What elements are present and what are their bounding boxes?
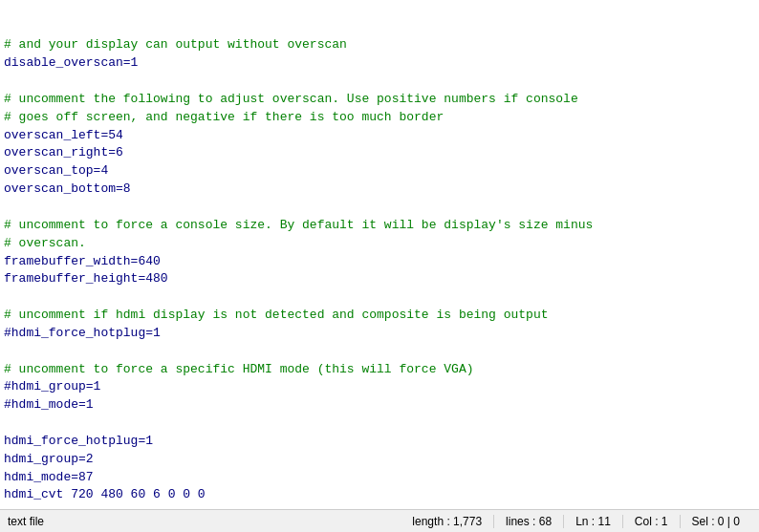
status-left: text file xyxy=(8,515,412,528)
lines-info: lines : 68 xyxy=(493,515,563,528)
code-content[interactable]: # and your display can output without ov… xyxy=(0,0,759,509)
code-lines: # and your display can output without ov… xyxy=(4,36,755,509)
file-type-label: text file xyxy=(8,515,55,528)
status-bar: text file length : 1,773 lines : 68 Ln :… xyxy=(0,509,759,532)
editor-area: # and your display can output without ov… xyxy=(0,0,759,509)
sel-info: Sel : 0 | 0 xyxy=(680,515,751,528)
col-info: Col : 1 xyxy=(622,515,680,528)
status-right: length : 1,773 lines : 68 Ln : 11 Col : … xyxy=(412,515,751,528)
length-info: length : 1,773 xyxy=(412,515,493,528)
ln-info: Ln : 11 xyxy=(563,515,622,528)
